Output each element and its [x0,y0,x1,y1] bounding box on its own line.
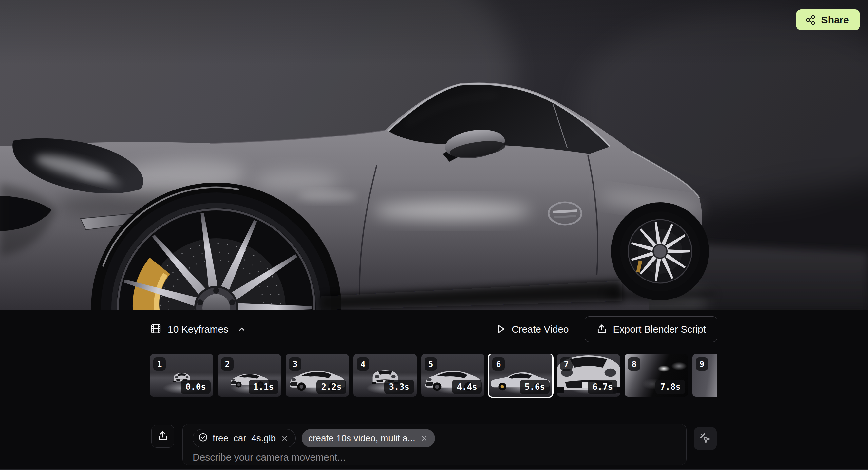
film-icon [150,323,162,336]
keyframe-time-badge: 4.4s [452,380,482,394]
export-blender-button[interactable]: Export Blender Script [585,316,717,342]
keyframe-time-badge: 5.6s [520,380,550,394]
keyframe-thumbnail[interactable]: 7 6.7s [557,354,620,397]
keyframe-number-badge: 4 [357,358,369,370]
upload-icon [157,430,169,443]
keyframe-number-badge: 9 [696,358,708,370]
keyframe-number-badge: 2 [221,358,234,370]
app-window: Share 10 Keyframes [0,0,868,470]
keyframe-thumbnail[interactable]: 2 1.1s [218,354,281,397]
prompt-chip[interactable]: create 10s video, mulit a... [302,429,435,447]
create-video-label: Create Video [512,324,569,335]
chip-close-icon[interactable] [280,434,289,442]
keyframe-thumbnail[interactable]: 6 5.6s [489,354,552,397]
generate-button[interactable] [694,427,717,450]
prompt-chip[interactable]: free_car_4s.glb [193,429,296,447]
keyframe-time-badge: 6.7s [588,380,617,394]
prompt-placeholder: Describe your camera movement... [193,452,678,463]
keyframe-number-badge: 8 [628,358,640,370]
chip-label: free_car_4s.glb [213,433,276,443]
keyframe-number-badge: 7 [560,358,572,370]
keyframe-thumbnail[interactable]: 5 4.4s [421,354,485,397]
check-circle-icon [198,432,208,444]
share-button[interactable]: Share [796,9,860,30]
car-render [0,0,868,310]
chevron-up-icon [238,325,246,334]
create-video-button[interactable]: Create Video [495,323,569,335]
keyframe-time-badge: 2.2s [316,380,346,394]
export-icon [596,323,607,335]
keyframe-time-badge: 7.8s [655,380,685,394]
keyframe-thumbnail[interactable]: 8 7.8s [625,354,688,397]
keyframe-thumbnail[interactable]: 9 [692,354,717,397]
keyframes-header: 10 Keyframes Create Video [150,316,717,342]
keyframe-number-badge: 1 [153,358,166,370]
viewport-3d[interactable]: Share [0,0,868,310]
prompt-input[interactable]: free_car_4s.glb create 10s video, mulit … [182,424,686,465]
keyframe-thumbnail[interactable]: 4 3.3s [353,354,416,397]
keyframes-toggle[interactable]: 10 Keyframes [150,323,246,336]
keyframe-time-badge: 1.1s [249,380,278,394]
play-icon [495,323,506,335]
prompt-chips: free_car_4s.glb create 10s video, mulit … [193,429,678,447]
cursor-click-icon [699,432,711,445]
keyframes-strip: 1 0.0s 2 1.1s 3 2.2s 4 3.3s [150,354,717,399]
export-blender-label: Export Blender Script [613,324,706,335]
keyframe-time-badge: 3.3s [384,380,414,394]
keyframe-thumbnail[interactable]: 3 2.2s [286,354,349,397]
keyframes-count-label: 10 Keyframes [168,324,228,335]
keyframe-time-badge: 0.0s [181,380,211,394]
share-icon [805,14,816,26]
share-label: Share [822,14,849,26]
keyframe-number-badge: 5 [425,358,437,370]
upload-button[interactable] [151,425,174,448]
keyframe-thumbnail[interactable]: 1 0.0s [150,354,213,397]
keyframe-number-badge: 6 [492,358,505,370]
chip-label: create 10s video, mulit a... [308,433,415,443]
chip-close-icon[interactable] [420,434,428,442]
keyframe-number-badge: 3 [289,358,301,370]
